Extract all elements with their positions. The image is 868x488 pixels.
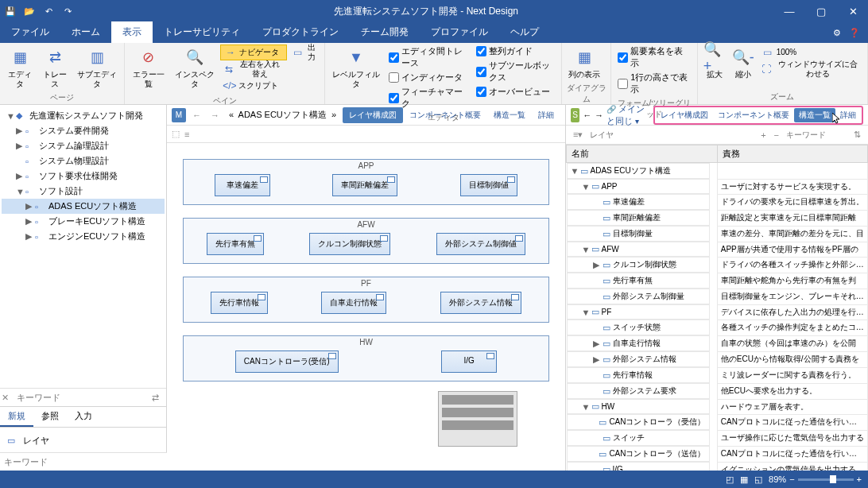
table-row[interactable]: ▭I/Gイグニッションの電気信号を出力する [567,462,868,471]
help-icon[interactable]: ❓ [849,28,862,41]
table-row[interactable]: ▼▭APPユーザに対するサービスを実現する。 [567,179,868,194]
nav-fwd[interactable]: → [207,110,223,120]
layer-box[interactable]: HWCANコントローラ(受信)I/G [183,335,549,381]
column-display-button[interactable]: ▦列の表示 [565,45,603,81]
chk-editor-trace[interactable]: エディタ間トレース [386,45,471,70]
right-vtab-2[interactable]: 構造一覧 [794,108,835,122]
diagram-node[interactable]: CANコントローラ(受信) [235,351,339,373]
level-filter-button[interactable]: ▼レベルフィルタ [328,45,383,91]
layer-box[interactable]: PF先行車情報自車走行情報外部システム情報 [183,277,549,323]
chk-indicator[interactable]: インディケータ [386,71,471,84]
filter-layer-input[interactable] [588,129,636,141]
menu-tab-0[interactable]: ファイル [0,21,60,43]
diagram-node[interactable]: 車間距離偏差 [332,174,397,196]
zoom-in-button[interactable]: 🔍+拡大 [701,45,728,81]
tree-item[interactable]: ▶▫ADAS ECUソフト構造 [2,199,165,214]
filter-toggle-icon[interactable]: ⇅ [851,130,863,140]
menu-tab-5[interactable]: チーム開発 [350,21,420,43]
table-row[interactable]: ▼▭HWハードウェア層を表す。 [567,399,868,414]
table-row[interactable]: ▭目標制御量車速の差分、車間距離の差分を元に、目 [567,226,868,242]
diagram-node[interactable]: 外部システム制御値 [436,233,525,255]
chk-overview[interactable]: オーバービュー [473,85,559,99]
sub-nav-fwd[interactable]: → [595,110,603,120]
tree-item[interactable]: ▶▫ブレーキECUソフト構造 [2,214,165,229]
table-row[interactable]: ▶▭自車走行情報自車の状態（今回は車速のみ）を公開 [567,335,868,351]
table-row[interactable]: ▭車間距離偏差距離設定と実車速を元に目標車間距離 [567,210,868,226]
chk-show-parent[interactable]: 親要素名を表示 [614,45,693,70]
table-row[interactable]: ▭先行車有無車間距離や舵角から先行車の有無を判 [567,273,868,289]
palette-item[interactable]: ▭レイヤ [5,432,161,449]
zoom-minus[interactable]: − [789,474,794,484]
breadcrumb[interactable]: ADAS ECUソフト構造 [238,110,327,119]
editor-vtab-1[interactable]: コンポーネント概要 [403,107,487,123]
diagram-node[interactable]: I/G [441,351,497,373]
editor-button[interactable]: ▦エディタ [3,45,37,91]
zoom-out-button[interactable]: 🔍-縮小 [730,45,757,81]
diagram-node[interactable]: クルコン制御状態 [309,233,390,255]
undo-icon[interactable]: ↶ [41,4,56,18]
table-row[interactable]: ▭外部システム制御量目標制御量をエンジン、ブレーキそれぞれ [567,289,868,304]
diagram-node[interactable]: 車速偏差 [215,174,270,196]
diagram-node[interactable]: 先行車有無 [207,233,264,255]
tool-layer-icon[interactable]: ≡ [184,130,189,139]
table-row[interactable]: ▭CANコントローラ（送信）CANプロトコルに従った通信を行い外部 [567,446,868,462]
close-button[interactable]: ✕ [841,6,865,17]
breadcrumb-prev[interactable]: « [229,110,234,119]
zoom-slider[interactable] [798,478,854,481]
breadcrumb-next[interactable]: » [331,110,336,119]
diagram-node[interactable]: 先行車情報 [211,292,268,314]
table-row[interactable]: ▶▭外部システム情報他のECUから情報取得/公開する責務を [567,351,868,367]
zoom-plus[interactable]: + [857,474,862,484]
navigator-button[interactable]: →ナビゲータ [220,45,288,60]
tool-select-icon[interactable]: ⬚ [172,129,180,139]
tree-search-input[interactable] [14,390,152,405]
error-list-button[interactable]: ⊘エラー一覧 [128,45,169,91]
palette-tab-0[interactable]: 新規 [0,407,33,427]
editor-vtab-2[interactable]: 構造一覧 [487,107,532,123]
column-header[interactable]: 名前 [567,145,718,163]
filter-keyword-input[interactable] [785,129,848,141]
minimize-button[interactable]: — [777,6,801,17]
footer-search-input[interactable] [2,455,165,468]
swap-button[interactable]: ⇆左右を入れ替え [220,61,288,77]
status-icon-3[interactable]: ◱ [754,474,762,485]
zoom-100-button[interactable]: ▭100% [758,45,864,60]
inspector-button[interactable]: 🔍インスペクタ [171,45,219,91]
status-icon-2[interactable]: ▦ [740,474,748,485]
table-row[interactable]: ▼▭ADAS ECUソフト構造 [567,163,868,180]
settings-icon[interactable]: ⚙ [833,28,846,41]
tree-item[interactable]: ▶▫エンジンECUソフト構造 [2,229,165,244]
chk-align-guide[interactable]: 整列ガイド [473,45,559,58]
table-row[interactable]: ▭先行車情報ミリ波レーダーに関する責務を行う。 [567,367,868,383]
layer-box[interactable]: AFW先行車有無クルコン制御状態外部システム制御値 [183,218,549,264]
script-button[interactable]: </>スクリプト [220,78,288,94]
tree-item[interactable]: ▶▫システム要件開発 [2,123,165,138]
output-button[interactable]: ▭出力 [289,45,321,60]
status-icon-1[interactable]: ◰ [726,474,734,485]
sub-nav-back[interactable]: ← [583,110,591,120]
table-row[interactable]: ▼▭PFデバイスに依存した入出力の処理を行う。 [567,304,868,320]
editor-vtab-3[interactable]: 詳細 [532,107,560,123]
diagram-node[interactable]: 自車走行情報 [321,292,386,314]
table-row[interactable]: ▭CANコントローラ（受信）CANプロトコルに従った通信を行い外部ら [567,414,868,430]
layer-box[interactable]: APP車速偏差車間距離偏差目標制御値 [183,159,549,205]
diagram-node[interactable]: 目標制御値 [460,174,517,196]
table-row[interactable]: ▶▭クルコン制御状態ドライバの各種スイッチ操作と外部システ [567,257,868,273]
table-row[interactable]: ▭車速偏差ドライバの要求を元に目標車速を算出。 [567,194,868,210]
menu-tab-6[interactable]: プロファイル [420,21,499,43]
palette-tab-2[interactable]: 入力 [67,407,100,427]
tree-item[interactable]: ▶▫ソフト要求仕様開発 [2,168,165,184]
add-button[interactable]: + [758,130,768,140]
search-options-icon[interactable]: ⇄ [152,393,165,403]
column-header[interactable]: 責務 [717,145,867,163]
table-row[interactable]: ▭スイッチ状態各種スイッチの操作判定をまとめたコンポ [567,320,868,335]
right-vtab-1[interactable]: コンポーネント概要 [713,108,794,122]
zoom-fit-button[interactable]: ⛶ウィンドウサイズに合わせる [758,61,864,77]
diagram-node[interactable]: 外部システム情報 [440,292,521,314]
table-row[interactable]: ▭スイッチユーザ操作に応じた電気信号を出力する [567,430,868,446]
chk-single-row[interactable]: 1行の高さで表示 [614,71,693,96]
menu-tab-1[interactable]: ホーム [60,21,111,43]
editor-vtab-0[interactable]: レイヤ構成図 [343,107,403,123]
tree-item[interactable]: ▼▫ソフト設計 [2,184,165,199]
menu-tab-2[interactable]: 表示 [111,21,153,43]
